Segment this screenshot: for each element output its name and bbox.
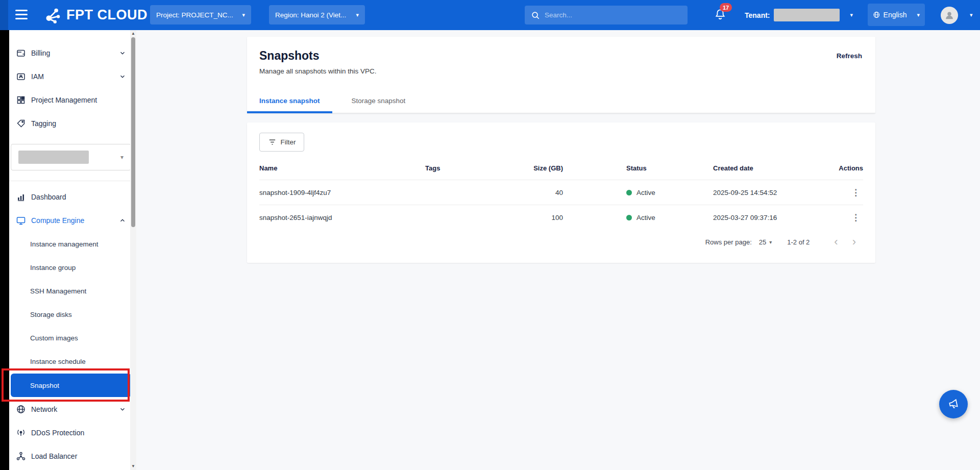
vpc-selector[interactable]: ▾ xyxy=(11,144,131,170)
pagination-bar: Rows per page: 25 ▾ 1-2 of 2 ‹ › xyxy=(259,230,863,254)
caret-down-icon: ▾ xyxy=(970,12,973,18)
project-selector-label: Project: PROJECT_NC... xyxy=(156,11,233,19)
caret-down-icon[interactable]: ▾ xyxy=(850,12,853,18)
hamburger-menu-icon[interactable] xyxy=(15,10,29,20)
monitor-icon xyxy=(16,215,26,226)
status-active-dot xyxy=(626,190,632,195)
sidebar-item-billing[interactable]: Billing xyxy=(9,41,136,65)
caret-down-icon: ▾ xyxy=(242,12,245,18)
sidebar-subitem-custom-images[interactable]: Custom images xyxy=(9,326,136,350)
status-active-dot xyxy=(626,215,632,220)
sidebar-subitem-storage-disks[interactable]: Storage disks xyxy=(9,303,136,326)
project-selector[interactable]: Project: PROJECT_NC... ▾ xyxy=(150,5,251,24)
notification-badge: 17 xyxy=(720,3,732,12)
cell-created-date: 2025-09-25 14:54:52 xyxy=(708,189,818,196)
sidebar-subitem-label: SSH Management xyxy=(30,287,86,295)
search-input[interactable] xyxy=(545,11,681,19)
filter-button-label: Filter xyxy=(281,138,296,146)
caret-down-icon: ▾ xyxy=(356,12,359,18)
sidebar-item-network[interactable]: Network xyxy=(9,398,136,421)
sidebar-scrollbar[interactable]: ▲ ▼ xyxy=(130,30,136,470)
table-row[interactable]: snapshot-1909-4ljf4zu7 40 Active 2025-09… xyxy=(259,180,863,205)
cell-snapshot-name: snapshot-2651-iajnwqjd xyxy=(259,214,425,221)
user-menu[interactable]: ▾ xyxy=(941,0,973,30)
previous-page-button[interactable]: ‹ xyxy=(827,236,845,248)
row-actions-kebab-icon[interactable]: ⋮ xyxy=(848,211,863,224)
sidebar-subitem-instance-management[interactable]: Instance management xyxy=(9,232,136,256)
column-header-actions: Actions xyxy=(818,164,863,172)
column-header-size: Size (GB) xyxy=(507,164,563,172)
sidebar-subitem-label: Instance schedule xyxy=(30,358,86,365)
status-label: Active xyxy=(636,214,655,221)
table-header-row: Name Tags Size (GB) Status Created date … xyxy=(259,156,863,180)
tenant-value-redacted[interactable] xyxy=(774,9,840,21)
tab-storage-snapshot[interactable]: Storage snapshot xyxy=(339,90,418,113)
scrollbar-down-arrow-icon[interactable]: ▼ xyxy=(130,463,136,470)
sidebar-item-iam[interactable]: IAM xyxy=(9,65,136,88)
language-selector[interactable]: English ▾ xyxy=(868,4,925,26)
notifications-button[interactable]: 17 xyxy=(714,8,735,26)
sidebar-item-label: Billing xyxy=(31,49,114,57)
caret-down-icon: ▾ xyxy=(120,154,124,161)
scrollbar-up-arrow-icon[interactable]: ▲ xyxy=(130,30,136,37)
grid-icon xyxy=(16,95,26,105)
sidebar-item-label: Load Balancer xyxy=(31,452,126,460)
sidebar-item-ddos-protection[interactable]: DDoS Protection xyxy=(9,421,136,444)
sidebar-item-dashboard[interactable]: Dashboard xyxy=(9,185,136,209)
cell-size: 40 xyxy=(507,189,563,196)
column-header-tags: Tags xyxy=(425,164,507,172)
region-selector[interactable]: Region: Hanoi 2 (Viet... ▾ xyxy=(269,5,365,24)
brand-logo[interactable]: FPT CLOUD xyxy=(43,5,148,26)
sidebar-subitem-instance-schedule[interactable]: Instance schedule xyxy=(9,350,136,373)
sidebar-item-label: Network xyxy=(31,405,114,413)
sidebar-subitem-snapshot-selected[interactable]: Snapshot xyxy=(11,374,131,397)
sidebar-subitem-instance-group[interactable]: Instance group xyxy=(9,256,136,279)
pagination-range: 1-2 of 2 xyxy=(787,238,810,246)
column-header-created-date: Created date xyxy=(708,164,818,172)
caret-down-icon: ▾ xyxy=(917,12,920,18)
sidebar-item-tagging[interactable]: Tagging xyxy=(9,112,136,135)
language-label: English xyxy=(884,11,907,19)
topbar: FPT CLOUD Project: PROJECT_NC... ▾ Regio… xyxy=(0,0,980,30)
column-header-status: Status xyxy=(563,164,708,172)
rows-per-page-select[interactable]: 25 ▾ xyxy=(759,238,772,246)
vpc-selector-value-redacted xyxy=(18,151,89,164)
sidebar-subitem-label: Instance group xyxy=(30,264,76,271)
sidebar-subitem-label: Custom images xyxy=(30,334,78,342)
brand-logo-icon xyxy=(43,6,62,25)
filter-button[interactable]: Filter xyxy=(259,133,304,152)
tab-label: Storage snapshot xyxy=(352,97,406,105)
search-bar[interactable] xyxy=(525,6,688,24)
sidebar-subitem-ssh-management[interactable]: SSH Management xyxy=(9,279,136,303)
sidebar-item-label: Dashboard xyxy=(31,193,126,201)
tab-bar: Instance snapshot Storage snapshot xyxy=(247,90,875,113)
chevron-down-icon xyxy=(119,73,126,80)
megaphone-icon xyxy=(946,397,962,412)
tab-label: Instance snapshot xyxy=(259,97,320,105)
tab-instance-snapshot[interactable]: Instance snapshot xyxy=(247,90,332,113)
sidebar-scrollbar-thumb[interactable] xyxy=(131,37,135,227)
left-edge-strip xyxy=(0,30,9,470)
cell-created-date: 2025-03-27 09:37:16 xyxy=(708,214,818,221)
caret-down-icon: ▾ xyxy=(769,239,772,245)
sidebar-item-compute-engine[interactable]: Compute Engine xyxy=(9,209,136,232)
page-subtitle: Manage all snapshots within this VPC. xyxy=(259,67,875,75)
page-header-card: Snapshots Manage all snapshots within th… xyxy=(247,37,875,113)
chevron-up-icon xyxy=(119,217,126,224)
globe-icon xyxy=(873,10,880,20)
table-row[interactable]: snapshot-2651-iajnwqjd 100 Active 2025-0… xyxy=(259,205,863,230)
region-selector-label: Region: Hanoi 2 (Viet... xyxy=(275,11,346,19)
refresh-button[interactable]: Refresh xyxy=(837,52,862,60)
snapshot-table-card: Filter Name Tags Size (GB) Status Create… xyxy=(247,122,875,263)
rows-per-page-value: 25 xyxy=(759,238,766,246)
row-actions-kebab-icon[interactable]: ⋮ xyxy=(848,186,863,199)
next-page-button[interactable]: › xyxy=(845,236,863,248)
column-header-name: Name xyxy=(259,164,425,172)
globe-icon xyxy=(16,404,26,414)
sidebar-item-label: Compute Engine xyxy=(31,216,114,225)
sidebar-item-project-management[interactable]: Project Management xyxy=(9,88,136,112)
cell-snapshot-name: snapshot-1909-4ljf4zu7 xyxy=(259,189,425,196)
sidebar: Billing IAM Project Management Tagging xyxy=(9,30,136,470)
sidebar-item-load-balancer[interactable]: Load Balancer xyxy=(9,444,136,468)
announcement-fab[interactable] xyxy=(939,390,968,418)
